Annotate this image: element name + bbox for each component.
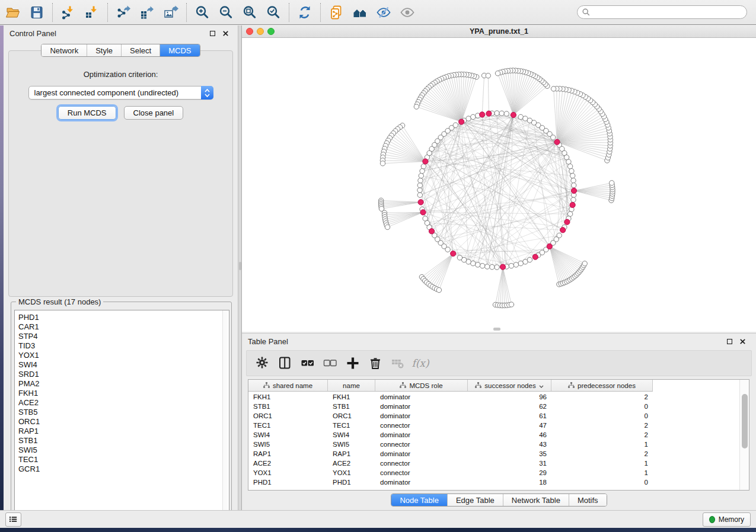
mcds-result-item[interactable]: RAP1: [18, 427, 229, 436]
open-session-button[interactable]: [1, 2, 25, 23]
mcds-result-item[interactable]: YOX1: [18, 351, 229, 360]
table-cell[interactable]: STB1: [248, 403, 328, 410]
tab-node-table[interactable]: Node Table: [391, 494, 448, 506]
table-cell[interactable]: FKH1: [328, 393, 375, 400]
new-network-from-selection-button[interactable]: [324, 2, 348, 23]
refresh-layout-button[interactable]: [293, 2, 317, 23]
table-cell[interactable]: 1: [551, 460, 653, 467]
table-cell[interactable]: SWI5: [328, 441, 375, 448]
table-cell[interactable]: SWI5: [248, 441, 328, 448]
table-row[interactable]: PHD1PHD1dominator180: [248, 477, 740, 487]
table-cell[interactable]: SWI4: [248, 431, 328, 438]
network-canvas[interactable]: [242, 38, 756, 332]
import-table-button[interactable]: [80, 2, 104, 23]
table-row[interactable]: ACE2ACE2connector311: [248, 459, 740, 468]
table-cell[interactable]: 2: [551, 393, 653, 400]
export-network-button[interactable]: [111, 2, 135, 23]
table-row[interactable]: FKH1FKH1dominator962: [248, 392, 740, 402]
table-cell[interactable]: FKH1: [248, 393, 328, 400]
table-row[interactable]: TEC1TEC1connector472: [248, 421, 740, 430]
table-cell[interactable]: PHD1: [248, 479, 328, 486]
search-box[interactable]: [577, 5, 747, 19]
run-mcds-button[interactable]: Run MCDS: [58, 106, 116, 120]
table-cell[interactable]: 46: [468, 431, 551, 438]
close-panel-icon[interactable]: [219, 31, 232, 36]
table-cell[interactable]: ACE2: [248, 460, 328, 467]
deselect-all-button[interactable]: [319, 352, 342, 374]
search-input[interactable]: [593, 8, 742, 17]
table-cell[interactable]: ORC1: [328, 412, 375, 419]
add-row-button[interactable]: [342, 352, 364, 374]
column-header-MCDS-role[interactable]: MCDS role: [375, 380, 468, 391]
mcds-result-item[interactable]: TID3: [18, 341, 229, 351]
tab-network-table[interactable]: Network Table: [503, 494, 569, 506]
table-cell[interactable]: YOX1: [248, 469, 328, 476]
table-scrollbar-thumb[interactable]: [742, 394, 748, 448]
mcds-result-item[interactable]: FKH1: [18, 389, 229, 398]
close-window-icon[interactable]: [246, 28, 253, 35]
table-cell[interactable]: connector: [375, 460, 468, 467]
zoom-selected-button[interactable]: [261, 2, 285, 23]
table-cell[interactable]: dominator: [375, 479, 468, 486]
table-cell[interactable]: 0: [551, 479, 653, 486]
table-cell[interactable]: RAP1: [328, 450, 375, 457]
table-cell[interactable]: YOX1: [328, 469, 375, 476]
zoom-fit-button[interactable]: [238, 2, 261, 23]
table-cell[interactable]: TEC1: [248, 422, 328, 429]
splitter-grip[interactable]: [239, 262, 241, 270]
mcds-result-item[interactable]: STP4: [18, 332, 229, 341]
tab-style[interactable]: Style: [87, 44, 122, 56]
tab-edge-table[interactable]: Edge Table: [448, 494, 503, 506]
table-cell[interactable]: 0: [551, 412, 653, 419]
task-history-button[interactable]: [5, 512, 21, 527]
mcds-result-item[interactable]: GCR1: [18, 464, 229, 474]
save-session-button[interactable]: [25, 2, 49, 23]
table-cell[interactable]: 43: [468, 441, 551, 448]
table-cell[interactable]: ORC1: [248, 412, 328, 419]
mcds-result-item[interactable]: SRD1: [18, 370, 229, 379]
tab-motifs[interactable]: Motifs: [569, 494, 607, 506]
minimize-window-icon[interactable]: [257, 28, 264, 35]
table-cell[interactable]: 2: [551, 422, 653, 429]
table-row[interactable]: ORC1ORC1dominator610: [248, 411, 740, 421]
table-row[interactable]: YOX1YOX1connector291: [248, 468, 740, 477]
mcds-result-item[interactable]: PHD1: [18, 313, 229, 322]
table-cell[interactable]: connector: [375, 441, 468, 448]
table-cell[interactable]: dominator: [375, 403, 468, 410]
maximize-window-icon[interactable]: [267, 28, 275, 35]
table-cell[interactable]: PHD1: [328, 479, 375, 486]
network-graph[interactable]: [242, 38, 756, 332]
column-header-shared-name[interactable]: shared name: [248, 380, 328, 391]
export-image-button[interactable]: [159, 2, 183, 23]
table-cell[interactable]: 61: [468, 412, 551, 419]
mcds-result-item[interactable]: STB1: [18, 436, 229, 446]
mcds-result-item[interactable]: TEC1: [18, 455, 229, 464]
table-cell[interactable]: 35: [468, 450, 551, 457]
table-row[interactable]: SWI5SWI5connector431: [248, 440, 740, 449]
mcds-result-item[interactable]: SWI4: [18, 360, 229, 370]
table-cell[interactable]: 62: [468, 403, 551, 410]
mcds-result-item[interactable]: ORC1: [18, 417, 229, 427]
settings-button[interactable]: [251, 352, 274, 374]
float-panel-icon[interactable]: [206, 31, 219, 36]
table-cell[interactable]: dominator: [375, 393, 468, 400]
table-cell[interactable]: 96: [468, 393, 551, 400]
mcds-result-item[interactable]: ACE2: [18, 398, 229, 408]
function-builder-button[interactable]: f(x): [409, 352, 432, 374]
show-all-button[interactable]: [395, 2, 419, 23]
table-cell[interactable]: STB1: [328, 403, 375, 410]
table-cell[interactable]: 29: [468, 469, 551, 476]
close-table-panel-icon[interactable]: [736, 339, 749, 344]
zoom-in-button[interactable]: [190, 2, 214, 23]
table-scrollbar[interactable]: [739, 380, 749, 490]
show-columns-button[interactable]: [274, 352, 296, 374]
tab-network[interactable]: Network: [42, 44, 87, 56]
select-all-button[interactable]: [296, 352, 319, 374]
mcds-result-scrollbar[interactable]: [222, 310, 228, 519]
table-cell[interactable]: dominator: [375, 412, 468, 419]
mcds-result-item[interactable]: CAR1: [18, 322, 229, 332]
table-cell[interactable]: dominator: [375, 431, 468, 438]
column-header-name[interactable]: name: [328, 380, 375, 391]
table-cell[interactable]: RAP1: [248, 450, 328, 457]
float-table-panel-icon[interactable]: [723, 339, 736, 344]
